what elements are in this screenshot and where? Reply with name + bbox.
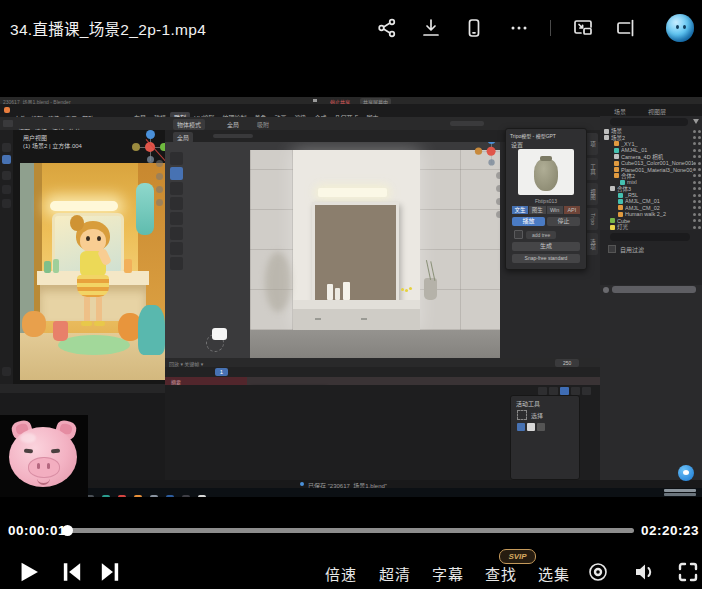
orientation-select: 全局: [227, 120, 239, 129]
npanel-tab: 工具: [587, 158, 598, 180]
find-button[interactable]: 查找: [485, 563, 517, 584]
towel: [136, 183, 154, 235]
object-name: Cube013_Color001_None001_0: [621, 160, 693, 166]
girl-eye: [86, 236, 90, 241]
bottom-editor: 活动工具 选择: [165, 385, 600, 480]
object-name: _XY1_: [621, 141, 693, 147]
messenger-glyph: [683, 470, 689, 475]
taskbar-app-icon: [198, 495, 206, 497]
clock-line: [664, 489, 696, 492]
video-title: 34.直播课_场景2_2p-1.mp4: [10, 17, 206, 39]
object-type-icon: [610, 186, 615, 191]
visibility-icons: [693, 162, 701, 165]
bottle: [53, 259, 59, 273]
npanel-tab: Tripo: [587, 208, 598, 230]
share-icon[interactable]: [375, 16, 399, 40]
tripo-tab: Win: [547, 206, 563, 214]
outliner-row: 场景2: [602, 134, 702, 140]
tripo-play-button: 播放: [512, 217, 545, 226]
object-name: AMJL_CM_01: [625, 198, 693, 204]
prev-episode-button[interactable]: [58, 558, 86, 586]
viewport-toolbar: [170, 152, 185, 272]
channel-track: [247, 377, 600, 385]
object-type-icon: [614, 167, 619, 172]
outliner-row: 合体3: [602, 186, 702, 192]
object-type-icon: [614, 148, 619, 153]
end-frame-field: 250: [555, 359, 579, 367]
next-episode-button[interactable]: [96, 558, 124, 586]
npanel-tab: 选项: [587, 233, 598, 255]
send-to-phone-icon[interactable]: [462, 16, 486, 40]
subtitles-button[interactable]: 字幕: [432, 563, 464, 584]
header-widget: [450, 121, 484, 126]
object-type-icon: [604, 135, 609, 140]
bottle: [124, 259, 132, 273]
episodes-button[interactable]: 选集: [538, 563, 570, 584]
filter-search: [610, 233, 690, 241]
more-icon[interactable]: [507, 16, 531, 40]
download-icon[interactable]: [419, 16, 443, 40]
tripo-tabs: 文生图生WinAPI: [512, 206, 580, 214]
fullscreen-button[interactable]: [676, 560, 700, 584]
mirror-3d: [312, 202, 399, 306]
object-name: Human walk 2_2: [625, 211, 693, 217]
tool-addcube-icon: [170, 257, 183, 270]
tool-annotate-icon: [170, 227, 183, 240]
video-frame[interactable]: 230617_场景1.blend - Blender 停止共享 共享屏幕中 文件…: [0, 97, 702, 497]
play-button[interactable]: [14, 558, 42, 586]
user-avatar[interactable]: [666, 14, 694, 42]
tool-panel-buttons: [517, 423, 545, 431]
object-type-icon: [618, 199, 623, 204]
girl-leg: [84, 297, 90, 323]
cursor-circle: [206, 334, 224, 352]
visibility-icons: [693, 200, 701, 203]
snap-label: 吸附: [257, 120, 269, 129]
playback-menu: 回放 ▾ 关键帧 ▾: [169, 360, 203, 367]
filter-checkbox: [608, 245, 616, 253]
tripo-checkbox: [514, 230, 523, 239]
floor-3d: [250, 330, 505, 358]
vase-lip: [540, 156, 552, 161]
object-type-icon: [614, 154, 619, 159]
progress-handle[interactable]: [62, 525, 73, 536]
toy-bear-teal: [138, 305, 165, 355]
left-tool-strip: [0, 130, 13, 384]
taskbar-app-icon: [118, 495, 126, 497]
visibility-icons: [693, 226, 701, 229]
select-box-icon: [517, 410, 527, 420]
video-player-window: { "header": { "title": "34.直播课_场景2_2p-1.…: [0, 0, 702, 589]
speed-button[interactable]: 倍速: [325, 563, 357, 584]
object-type-icon: [618, 212, 623, 217]
progress-track[interactable]: [63, 528, 634, 533]
object-name: _R5L: [625, 192, 693, 198]
properties-region: [600, 285, 702, 480]
channel-label: 摘要: [171, 378, 181, 385]
blender-statusbar: 已保存 "230617_场景1.blend": [0, 480, 702, 488]
toy-bear-left: [22, 311, 46, 337]
pig-nostril: [47, 463, 50, 469]
tripo-tab: API: [564, 206, 580, 214]
blender-menubar: 文件编辑渲染窗口帮助 布局建模雕刻UV编辑纹理绘制着色动画渲染合成几何节点脚本+…: [0, 104, 702, 117]
tool-icon: [2, 367, 11, 376]
tripo-tab: 文生: [512, 206, 528, 214]
pink-bin: [53, 321, 68, 341]
object-type-icon: [618, 193, 623, 198]
counter-bottle: [343, 282, 350, 300]
tripo-section: 设置: [511, 140, 523, 149]
girl-shoe: [94, 321, 105, 326]
reference-image-girl-bathroom: [20, 163, 165, 380]
tool-icon: [2, 143, 11, 152]
current-time: 00:00:01: [8, 523, 66, 538]
volume-button[interactable]: [632, 560, 656, 584]
active-tool-icon: [2, 155, 11, 164]
tool-panel-title: 活动工具: [516, 399, 540, 408]
counter-top-3d: [293, 300, 420, 309]
left-editor-header: 视图选择添加物体: [0, 117, 165, 130]
mini-window-icon[interactable]: [613, 16, 637, 40]
model-thumbnail: [518, 149, 574, 195]
pip-icon[interactable]: [571, 16, 595, 40]
tool-scale-icon: [170, 197, 183, 210]
record-mode-icon[interactable]: [586, 560, 610, 584]
quality-button[interactable]: 超清: [379, 563, 411, 584]
left-editor-footer: 视图标记帧: [0, 384, 165, 393]
